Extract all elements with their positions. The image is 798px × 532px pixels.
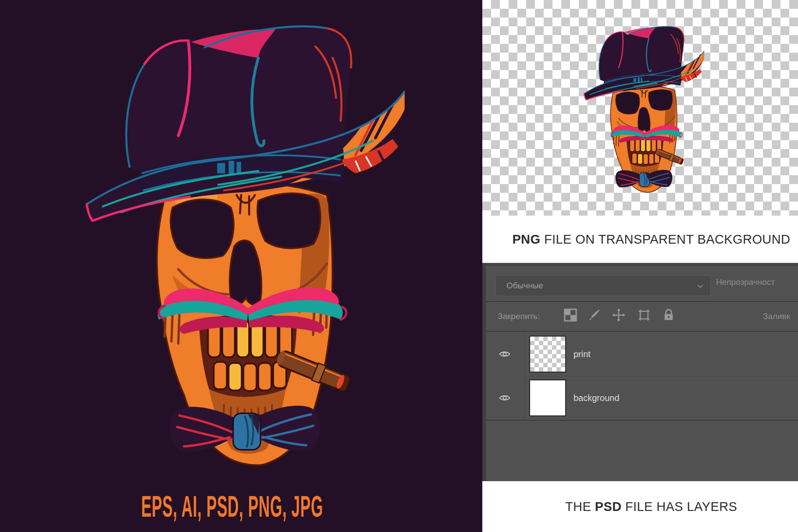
photoshop-layers-panel: Обычные Непрозрачност Закрепить: [482,263,798,481]
psd-caption-rest: FILE HAS LAYERS [622,500,737,514]
move-lock-icon[interactable] [612,309,625,322]
panel-left-edge [482,263,486,481]
psd-caption-bold: PSD [595,500,622,514]
artboard-lock-icon[interactable] [638,309,651,322]
blend-mode-value: Обычные [506,281,543,291]
opacity-label: Непрозрачност [716,263,775,301]
png-caption: PNG FILE ON TRANSPARENT BACKGROUND [482,216,798,263]
visibility-eye-icon[interactable] [496,391,513,404]
fill-label: Заливк [763,302,790,331]
chevron-down-icon [697,284,703,288]
lock-label: Закрепить: [498,302,540,331]
right-column: PNG FILE ON TRANSPARENT BACKGROUND Обычн… [482,0,798,532]
layer-name: background [574,393,620,403]
blend-mode-select[interactable]: Обычные [495,275,711,296]
transparent-background-preview [482,0,798,216]
layer-row-print[interactable]: print [486,332,798,376]
layer-row-background[interactable]: background [486,376,798,420]
skull-artwork-large [87,24,407,469]
brush-lock-icon[interactable] [588,309,601,322]
png-caption-rest: FILE ON TRANSPARENT BACKGROUND [540,232,790,246]
layer-name: print [574,349,591,359]
lock-all-icon[interactable] [662,309,675,322]
file-formats-caption: EPS, AI, PSD, PNG, JPG [141,491,323,521]
psd-caption: THE PSD FILE HAS LAYERS [482,481,798,532]
transparency-lock-icon[interactable] [564,309,577,322]
visibility-eye-icon[interactable] [496,348,513,361]
layer-thumbnail-white[interactable] [529,379,566,416]
screenshot-root: EPS, AI, PSD, PNG, JPG PNG FILE ON TRANS… [0,0,798,532]
layer-thumbnail-transparent[interactable] [529,336,566,372]
png-caption-bold: PNG [512,232,540,246]
skull-artwork-small [584,25,705,194]
psd-caption-pre: THE [565,500,595,514]
divider [524,332,525,420]
artwork-preview-board: EPS, AI, PSD, PNG, JPG [0,0,482,532]
divider [486,420,798,421]
